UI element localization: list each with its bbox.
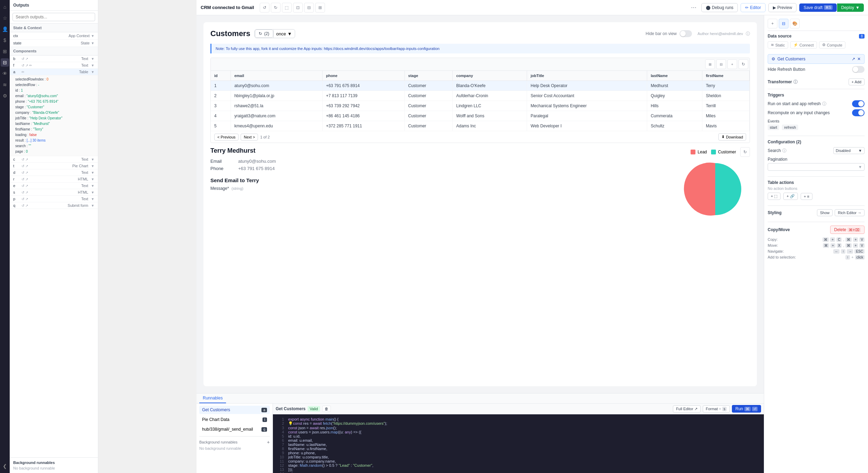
runnable-send-email[interactable]: hub/338/gmail/_send_email q [199, 425, 270, 433]
component-r[interactable]: r ↺ ↗ HTML ▼ [10, 176, 98, 183]
component-s[interactable]: s ↺ ↗ HTML ▼ [10, 189, 98, 196]
once-dropdown[interactable]: once ▼ [273, 30, 295, 38]
runnable-pie-chart[interactable]: Pie Chart Data t [199, 415, 270, 424]
component-a[interactable]: a ✏ Table ▼ [10, 69, 98, 75]
top-bar-left: CRM connected to Gmail ↺ ↻ ⬚ ⊡ ⊟ ⊞ [201, 3, 325, 12]
send-email-section: Send Email to Terry Message* (string) [210, 177, 477, 191]
hide-refresh-toggle[interactable] [852, 66, 865, 73]
close-runnable-icon[interactable]: ✕ [857, 57, 861, 61]
component-d[interactable]: d ↺ ↗ Text ▼ [10, 169, 98, 176]
collapse-icon[interactable]: ❮ [1, 462, 9, 470]
full-editor-button[interactable]: Full Editor ↗ [673, 405, 701, 413]
wind-icon[interactable]: ≋ [1, 81, 9, 89]
bottom-panel: Runnables Get Customers a Pie Chart Data… [197, 393, 764, 473]
refresh-button[interactable]: ↻ (2) [255, 29, 273, 38]
component-q[interactable]: q ↺ ↗ Submit form ▼ [10, 202, 98, 209]
bottom-tabs: Runnables [197, 394, 764, 404]
email-row: Email atuny0@sohu.com [210, 159, 477, 164]
dollar-icon[interactable]: $ [1, 36, 9, 44]
person-icon[interactable]: 👤 [1, 25, 9, 33]
delete-component-button[interactable]: Delete ⌘+⌫ [830, 226, 865, 234]
add-list-action-button[interactable]: + ≡ [801, 193, 812, 200]
table-icon2[interactable]: ⊟ [716, 59, 726, 69]
undo-button[interactable]: ↺ [260, 3, 269, 12]
deploy-button[interactable]: Deploy ▼ [837, 3, 864, 12]
editor-badges: Get Customers Valid 🗑 [276, 406, 331, 412]
prev-button[interactable]: < Previous [214, 134, 239, 141]
table-row[interactable]: 1atuny0@sohu.com+63 791 675 8914Customer… [211, 81, 750, 91]
config-section: Configuration (2) Search ⓘ Disabled ▼ Pa… [768, 140, 865, 171]
preview-button[interactable]: ▶ Preview [768, 3, 797, 12]
connect-tab[interactable]: ⚡ Connect [790, 41, 817, 49]
download-button[interactable]: ⬇ Download [718, 133, 746, 141]
customer-legend: Customer [711, 150, 736, 154]
pagination-select[interactable]: ▼ [768, 163, 865, 171]
debug-runs-button[interactable]: ⬤ Debug runs [701, 3, 738, 12]
component-b[interactable]: b ↺ ↗ Text ▼ [10, 56, 98, 62]
layout3-button[interactable]: ⊟ [304, 3, 314, 12]
open-runnable-icon[interactable]: ↗ [852, 57, 855, 61]
col-email: email [231, 71, 322, 81]
table-refresh-icon[interactable]: ↻ [738, 59, 748, 69]
runnable-get-customers[interactable]: Get Customers a [199, 406, 270, 414]
recompute-toggle[interactable] [852, 109, 865, 116]
table-row[interactable]: 5kmeus4@upenn.edu+372 285 771 1911Custom… [211, 121, 750, 131]
redo-button[interactable]: ↻ [271, 3, 281, 12]
rp-tab-component[interactable]: ⊟ [779, 19, 788, 28]
next-button[interactable]: Next > [241, 134, 258, 141]
state-section-header: State & Context [10, 24, 98, 32]
table-icon3[interactable]: + [727, 59, 737, 69]
rich-editor-button[interactable]: Rich Editor → [835, 209, 865, 216]
run-button[interactable]: Run ⌘ ⏎ [732, 405, 761, 413]
chart-refresh-button[interactable]: ↻ [740, 147, 750, 157]
eye-icon[interactable]: 👁 [1, 69, 9, 78]
editor-button[interactable]: ✏ Editor [741, 3, 765, 12]
settings-icon[interactable]: ⚙ [1, 92, 9, 100]
right-panel: + ⊟ 🎨 Data source 8 ≋ Static [764, 15, 868, 473]
static-icon: ≋ [771, 43, 774, 47]
search-input[interactable] [12, 13, 95, 21]
rp-tab-style[interactable]: 🎨 [790, 19, 800, 28]
apps-icon[interactable]: ⊟ [1, 58, 9, 67]
show-styling-button[interactable]: Show [817, 209, 833, 216]
add-transformer-button[interactable]: + Add [849, 78, 865, 85]
hide-bar-toggle[interactable] [679, 30, 692, 37]
rp-tab-add[interactable]: + [768, 19, 777, 28]
format-button[interactable]: Format × s [703, 405, 730, 413]
table-nav: < Previous Next > 1 of 2 [214, 134, 270, 141]
run-on-start-toggle[interactable] [852, 100, 865, 107]
canvas-inner: Customers ↻ (2) once ▼ [203, 22, 757, 386]
layout2-button[interactable]: ⊡ [293, 3, 303, 12]
star-icon[interactable]: ☆ [1, 14, 9, 22]
home-icon[interactable]: ⌂ [1, 3, 9, 11]
content-area: Customers ↻ (2) once ▼ [197, 15, 868, 473]
editor-icon: ✏ [745, 5, 749, 10]
add-bg-runnable-button[interactable]: + [267, 439, 270, 445]
add-link-action-button[interactable]: + 🔗 [783, 193, 798, 200]
group-icon[interactable]: ⊞ [1, 47, 9, 56]
table-row[interactable]: 4yraigatt3@nature.com+86 461 145 4186Cus… [211, 111, 750, 121]
compute-tab[interactable]: ⚙ Compute [819, 41, 846, 49]
state-item-state: state State ▼ [10, 40, 98, 47]
code-area[interactable]: 1export async function main() { 2💡const … [273, 414, 764, 473]
transformer-info-icon: ⓘ [793, 79, 798, 85]
search-select[interactable]: Disabled ▼ [833, 147, 865, 154]
code-editor: Get Customers Valid 🗑 Full Editor ↗ [273, 404, 764, 473]
component-c[interactable]: c ↺ ↗ Text ▼ [10, 156, 98, 163]
tab-runnables[interactable]: Runnables [199, 394, 226, 403]
component-p[interactable]: p ↺ ↗ Text ▼ [10, 196, 98, 202]
table-icon1[interactable]: ⊞ [705, 59, 715, 69]
component-e[interactable]: e ↺ ↗ Text ▼ [10, 183, 98, 189]
layout1-button[interactable]: ⬚ [282, 3, 292, 12]
component-t[interactable]: t ↺ ↗ Pie Chart ▼ [10, 163, 98, 169]
table-row[interactable]: 3rshawe2@51.la+63 739 292 7942CustomerLi… [211, 101, 750, 111]
save-draft-button[interactable]: Save draft ⌘S [799, 3, 836, 12]
table-row[interactable]: 2hbingley1@plala.or.jp+7 813 117 7139Cus… [211, 91, 750, 101]
delete-runnable-button[interactable]: 🗑 [322, 406, 331, 412]
kebab-menu[interactable]: ⋯ [689, 3, 699, 12]
static-tab[interactable]: ≋ Static [768, 41, 788, 49]
search-box [10, 11, 98, 24]
layout4-button[interactable]: ⊞ [315, 3, 325, 12]
component-f[interactable]: f ↺ ↗ ✏ Text ▼ [10, 62, 98, 69]
add-row-action-button[interactable]: + ⬚ [768, 193, 781, 200]
